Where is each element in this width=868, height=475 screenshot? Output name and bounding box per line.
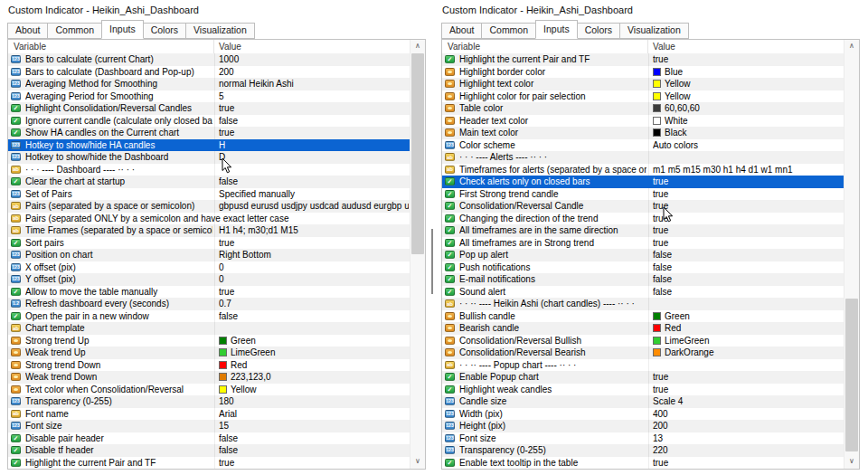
value-cell[interactable]: Green xyxy=(219,336,409,346)
value-cell[interactable]: 200 xyxy=(653,421,843,431)
scroll-up-icon[interactable]: ∧ xyxy=(410,40,425,53)
input-row[interactable]: ✓Sound alertfalse xyxy=(442,286,844,299)
input-row[interactable]: ✓Clear the chart at startupfalse xyxy=(8,176,410,188)
input-row[interactable]: 123X offset (pix)0 xyxy=(8,261,410,274)
input-row[interactable]: 123Hotkey to show/hide the DashboardD xyxy=(8,151,410,164)
vertical-scrollbar[interactable]: ∧ ∨ xyxy=(410,40,425,469)
value-cell[interactable]: 0.7 xyxy=(219,299,409,309)
input-row[interactable]: ✓Highlight Consolidation/Reversal Candle… xyxy=(8,102,410,115)
value-cell[interactable]: Green xyxy=(653,311,843,321)
input-row[interactable]: 123Width (pix)400 xyxy=(442,408,844,421)
input-row[interactable]: 123Color schemeAuto colors xyxy=(442,139,844,152)
value-cell[interactable]: 0 xyxy=(219,262,409,272)
input-row[interactable]: 123Hotkey to show/hide HA candlesH xyxy=(8,139,410,152)
value-cell[interactable]: true xyxy=(219,287,409,297)
value-cell[interactable]: false xyxy=(219,176,409,186)
value-cell[interactable]: Scale 4 xyxy=(653,396,843,406)
value-cell[interactable]: true xyxy=(219,103,409,113)
value-cell[interactable]: LimeGreen xyxy=(653,336,843,346)
input-row[interactable]: Highlight border colorBlue xyxy=(442,66,844,79)
scroll-down-icon[interactable]: ∨ xyxy=(844,455,859,469)
input-row[interactable]: ab· · · ---- Dashboard ---- ·· · · xyxy=(8,164,410,176)
value-cell[interactable]: H1 h4; m30;d1 M15 xyxy=(219,225,409,235)
value-cell[interactable]: false xyxy=(219,311,409,321)
input-row[interactable]: ✓Sort pairstrue xyxy=(8,237,410,250)
input-row[interactable]: ✓Open the pair in a new windowfalse xyxy=(8,310,410,323)
value-cell[interactable]: false xyxy=(653,250,843,260)
tab-colors[interactable]: Colors xyxy=(577,23,620,39)
value-cell[interactable]: Yellow xyxy=(653,91,843,101)
input-row[interactable]: Weak trend UpLimeGreen xyxy=(8,347,410,359)
value-cell[interactable]: Arial xyxy=(219,409,409,419)
value-cell[interactable]: 0 xyxy=(219,274,409,284)
value-cell[interactable]: 223,123,0 xyxy=(219,372,409,382)
input-row[interactable]: Consolidation/Reversal BearishDarkOrange xyxy=(442,347,844,359)
input-row[interactable]: ✓Allow to move the table manuallytrue xyxy=(8,286,410,299)
tab-about[interactable]: About xyxy=(441,23,482,39)
input-row[interactable]: ✓Highlight the current Pair and TFtrue xyxy=(8,457,410,470)
input-row[interactable]: ✓Pop up alertfalse xyxy=(442,249,844,261)
input-row[interactable]: ✓All timeframes are in Strong trendtrue xyxy=(442,237,844,250)
input-row[interactable]: Main text colorBlack xyxy=(442,127,844,139)
value-cell[interactable]: White xyxy=(653,116,843,126)
value-cell[interactable]: true xyxy=(653,189,843,199)
value-cell[interactable]: 220 xyxy=(653,445,843,455)
tab-visualization[interactable]: Visualization xyxy=(185,23,255,39)
input-row[interactable]: ✓Show HA candles on the Current charttru… xyxy=(8,127,410,139)
tab-inputs[interactable]: Inputs xyxy=(535,20,578,39)
value-cell[interactable]: true xyxy=(653,238,843,248)
input-row[interactable]: ✓Changing the direction of the trendtrue xyxy=(442,213,844,225)
value-cell[interactable]: true xyxy=(653,54,843,64)
value-cell[interactable]: false xyxy=(219,116,409,126)
input-row[interactable]: abFont nameArial xyxy=(8,408,410,421)
value-cell[interactable]: Specified manually xyxy=(219,189,409,199)
value-cell[interactable]: m1 m5 m15 m30 h1 h4 d1 w1 mn1 xyxy=(653,165,843,175)
value-cell[interactable]: normal Heikin Ashi xyxy=(219,79,409,89)
input-row[interactable]: Strong trend UpGreen xyxy=(8,335,410,347)
scroll-thumb[interactable] xyxy=(411,53,424,254)
input-row[interactable]: Bullish candleGreen xyxy=(442,310,844,323)
value-cell[interactable]: true xyxy=(219,128,409,138)
input-row[interactable]: ✓Disable tf headerfalse xyxy=(8,444,410,457)
input-row[interactable]: Bearish candleRed xyxy=(442,322,844,335)
value-cell[interactable]: DarkOrange xyxy=(653,347,843,357)
value-cell[interactable]: D xyxy=(219,152,409,162)
input-row[interactable]: ✓Enable text tooltip in the tabletrue xyxy=(442,457,844,470)
input-row[interactable]: ab· · ·· ---- Popup chart ---- ·· · · xyxy=(442,359,844,372)
input-row[interactable]: abTimeframes for alerts (separated by a … xyxy=(442,164,844,176)
value-cell[interactable]: Auto colors xyxy=(653,140,843,150)
input-row[interactable]: ✓Highlight the current Pair and TFtrue xyxy=(442,53,844,66)
tab-about[interactable]: About xyxy=(7,23,48,39)
input-row[interactable]: 123Font size13 xyxy=(442,432,844,445)
value-cell[interactable]: false xyxy=(653,262,843,272)
value-cell[interactable]: Yellow xyxy=(219,385,409,394)
input-row[interactable]: abTime Frames (separated by a space or s… xyxy=(8,224,410,237)
value-cell[interactable]: false xyxy=(219,445,409,455)
tab-inputs[interactable]: Inputs xyxy=(101,20,144,39)
value-cell[interactable]: true xyxy=(653,372,843,382)
value-cell[interactable]: 200 xyxy=(219,67,409,77)
input-row[interactable]: abPairs (separated by a space or semicol… xyxy=(8,200,410,213)
value-cell[interactable]: true xyxy=(653,385,843,394)
value-cell[interactable]: 1000 xyxy=(219,54,409,64)
input-row[interactable]: 123Position on chartRight Bottom xyxy=(8,249,410,261)
input-row[interactable]: 123Transparency (0-255)220 xyxy=(442,444,844,457)
scroll-up-icon[interactable]: ∧ xyxy=(844,40,859,53)
input-row[interactable]: 123Y offset (pix)0 xyxy=(8,273,410,286)
value-cell[interactable]: LimeGreen xyxy=(219,347,409,357)
tab-colors[interactable]: Colors xyxy=(143,23,186,39)
input-row[interactable]: 123Bars to calculate (Dashboard and Pop-… xyxy=(8,66,410,79)
value-cell[interactable]: gbpusd eurusd usdjpy usdcad audusd eurgb… xyxy=(219,201,409,211)
value-cell[interactable]: Black xyxy=(653,128,843,138)
scroll-down-icon[interactable]: ∨ xyxy=(410,455,425,469)
input-row[interactable]: abChart template xyxy=(8,322,410,335)
tab-common[interactable]: Common xyxy=(481,23,536,39)
value-cell[interactable]: Blue xyxy=(653,67,843,77)
input-row[interactable]: 123Averaging Method for Smoothingnormal … xyxy=(8,78,410,90)
value-cell[interactable]: true xyxy=(219,238,409,248)
input-row[interactable]: Strong trend DownRed xyxy=(8,359,410,372)
input-row[interactable]: 123Height (pix)200 xyxy=(442,420,844,432)
value-cell[interactable]: false xyxy=(653,287,843,297)
scroll-thumb[interactable] xyxy=(845,299,858,451)
tab-common[interactable]: Common xyxy=(47,23,102,39)
